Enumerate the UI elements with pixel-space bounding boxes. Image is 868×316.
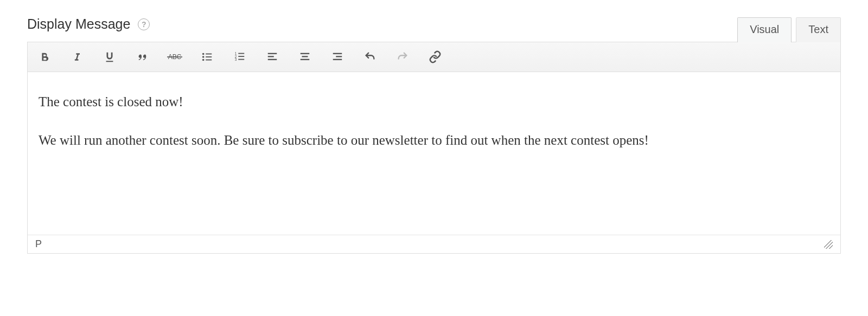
align-center-button[interactable] — [296, 48, 314, 66]
underline-icon — [104, 50, 116, 63]
align-left-button[interactable] — [263, 48, 282, 66]
status-bar: P — [28, 235, 840, 253]
italic-button[interactable] — [68, 48, 86, 66]
bullet-list-button[interactable] — [198, 48, 216, 66]
bold-button[interactable] — [35, 48, 54, 66]
editor-content[interactable]: The contest is closed now! We will run a… — [28, 72, 840, 235]
svg-point-4 — [202, 56, 205, 58]
element-path[interactable]: P — [35, 238, 42, 250]
italic-icon — [72, 51, 82, 63]
svg-rect-3 — [206, 54, 212, 55]
svg-rect-17 — [301, 53, 310, 54]
quote-icon — [135, 51, 149, 63]
help-icon[interactable]: ? — [138, 18, 150, 30]
numbered-list-button[interactable]: 123 — [231, 48, 249, 66]
align-left-icon — [266, 51, 279, 63]
undo-icon — [363, 51, 377, 63]
svg-rect-5 — [206, 56, 212, 57]
svg-rect-16 — [268, 59, 277, 60]
align-right-button[interactable] — [328, 48, 347, 66]
strikethrough-button[interactable]: ABC — [165, 48, 184, 66]
underline-button[interactable] — [100, 48, 119, 66]
svg-rect-14 — [268, 53, 277, 54]
svg-text:3: 3 — [235, 57, 237, 61]
align-center-icon — [298, 51, 311, 63]
svg-rect-13 — [238, 59, 244, 60]
align-right-icon — [331, 51, 344, 63]
svg-rect-22 — [333, 59, 342, 60]
redo-icon — [395, 51, 410, 63]
editor-tabs: Visual Text — [737, 17, 841, 42]
svg-rect-15 — [268, 56, 274, 57]
svg-rect-11 — [238, 56, 244, 57]
numbered-list-icon: 123 — [233, 51, 246, 63]
editor: ABC 123 The contest is closed now! W — [27, 42, 841, 254]
link-button[interactable] — [426, 48, 444, 66]
svg-rect-9 — [238, 53, 244, 54]
strikethrough-icon: ABC — [167, 51, 183, 62]
svg-point-2 — [202, 53, 205, 55]
svg-rect-19 — [301, 59, 310, 60]
blockquote-button[interactable] — [133, 48, 151, 66]
undo-button[interactable] — [361, 48, 379, 66]
svg-rect-20 — [333, 53, 342, 54]
field-label: Display Message — [27, 16, 130, 32]
resize-handle[interactable] — [824, 240, 833, 249]
svg-rect-18 — [302, 56, 308, 57]
link-icon — [428, 50, 442, 63]
content-paragraph[interactable]: We will run another contest soon. Be sur… — [39, 130, 829, 151]
redo-button[interactable] — [393, 48, 412, 66]
svg-rect-21 — [336, 56, 342, 57]
bold-icon — [39, 51, 50, 63]
toolbar: ABC 123 — [28, 42, 840, 72]
svg-rect-7 — [206, 60, 212, 61]
svg-point-6 — [202, 59, 205, 61]
bullet-list-icon — [201, 51, 214, 63]
tab-text[interactable]: Text — [796, 17, 841, 42]
content-paragraph[interactable]: The contest is closed now! — [39, 92, 829, 113]
tab-visual[interactable]: Visual — [737, 17, 792, 42]
